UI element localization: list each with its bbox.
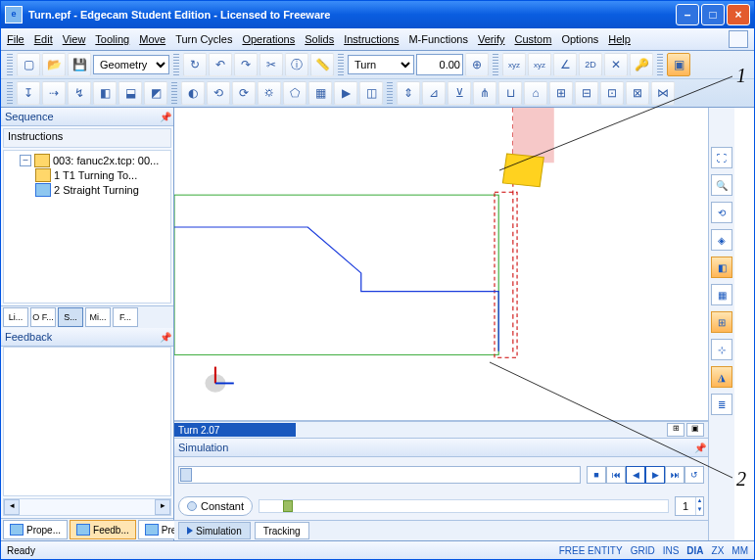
cross-button[interactable]: ✕ xyxy=(604,53,628,76)
tb-b2[interactable]: ⟲ xyxy=(207,81,230,105)
cut-button[interactable]: ✂ xyxy=(260,53,283,76)
grip-icon[interactable] xyxy=(7,82,13,104)
mode-select[interactable]: Turn xyxy=(348,55,414,74)
refresh-button[interactable]: ↻ xyxy=(183,53,207,76)
tree-item[interactable]: 2 Straight Turning xyxy=(35,182,168,197)
tb-a2[interactable]: ⇢ xyxy=(42,81,66,105)
switch-s[interactable]: S... xyxy=(58,307,83,327)
iso-icon[interactable]: ◈ xyxy=(711,229,732,251)
zoom-in-icon[interactable]: 🔍 xyxy=(711,174,732,196)
menu-tooling[interactable]: Tooling xyxy=(95,33,129,45)
cube-icon[interactable]: ◧ xyxy=(711,257,732,278)
grip-icon[interactable] xyxy=(171,82,177,104)
tb-a1[interactable]: ↧ xyxy=(17,81,40,105)
tb-c11[interactable]: ⋈ xyxy=(651,81,675,105)
grip-icon[interactable] xyxy=(338,54,344,75)
tab-tracking[interactable]: Tracking xyxy=(255,522,309,539)
speed-slider[interactable] xyxy=(259,499,669,513)
instruction-tree[interactable]: – 003: fanuc2x.tcp: 00... 1 T1 Turning T… xyxy=(3,150,171,303)
menu-verify[interactable]: Verify xyxy=(478,33,505,45)
tb-c5[interactable]: ⊔ xyxy=(498,81,522,105)
view-br[interactable]: ▣ xyxy=(686,423,704,437)
xyz2-button[interactable]: xyz xyxy=(528,53,551,76)
speed-spin[interactable]: ▲▼ xyxy=(675,496,704,516)
pin-icon[interactable]: 📌 xyxy=(160,112,171,121)
marker-icon[interactable]: ◮ xyxy=(711,366,732,388)
2d-button[interactable]: 2D xyxy=(579,53,602,76)
grip-icon[interactable] xyxy=(493,54,498,75)
switch-of[interactable]: O F... xyxy=(30,307,56,327)
switch-mi[interactable]: Mi... xyxy=(85,307,111,327)
wire-icon[interactable]: ⊞ xyxy=(711,311,732,333)
tb-c3[interactable]: ⊻ xyxy=(448,81,471,105)
tb-c7[interactable]: ⊞ xyxy=(549,81,573,105)
switch-li[interactable]: Li... xyxy=(3,307,28,327)
tb-c10[interactable]: ⊠ xyxy=(626,81,649,105)
left-hscroll[interactable]: ◂ ▸ xyxy=(3,498,171,516)
viewport[interactable] xyxy=(174,108,708,421)
wand-icon[interactable] xyxy=(729,30,748,48)
layer-select[interactable]: Geometry xyxy=(93,55,169,74)
ffwd-button[interactable]: ⏭ xyxy=(665,466,684,484)
prev-button[interactable]: ◀ xyxy=(626,466,645,484)
info-button[interactable]: ⓘ xyxy=(285,53,308,76)
menu-help[interactable]: Help xyxy=(608,33,631,45)
tab-properties[interactable]: Prope... xyxy=(3,520,68,539)
tb-c9[interactable]: ⊡ xyxy=(600,81,624,105)
menu-turn-cycles[interactable]: Turn Cycles xyxy=(175,33,232,45)
top-icon[interactable]: ▦ xyxy=(711,284,732,305)
close-button[interactable]: × xyxy=(727,4,750,25)
pin-icon[interactable]: 📌 xyxy=(160,332,171,342)
new-button[interactable]: ▢ xyxy=(17,53,40,76)
stop-button[interactable]: ■ xyxy=(587,466,606,484)
tb-b4[interactable]: ⛭ xyxy=(258,81,281,105)
timeline-thumb[interactable] xyxy=(180,468,192,482)
zoom-fit-icon[interactable]: ⛶ xyxy=(711,147,732,168)
open-button[interactable]: 📂 xyxy=(42,53,66,76)
minimize-button[interactable]: – xyxy=(676,4,699,25)
constant-button[interactable]: Constant xyxy=(178,496,253,516)
tb-a6[interactable]: ◩ xyxy=(144,81,167,105)
angle-button[interactable]: ∠ xyxy=(553,53,577,76)
tb-c1[interactable]: ⇕ xyxy=(397,81,420,105)
key-icon[interactable]: 🔑 xyxy=(630,53,653,76)
maximize-button[interactable]: □ xyxy=(701,4,725,25)
tb-b1[interactable]: ◐ xyxy=(181,81,205,105)
tree-item[interactable]: 1 T1 Turning To... xyxy=(35,167,168,182)
rewind-button[interactable]: ⏮ xyxy=(606,466,626,484)
grip-icon[interactable] xyxy=(387,82,393,104)
save-button[interactable]: 💾 xyxy=(68,53,91,76)
target-icon[interactable]: ⊕ xyxy=(465,53,489,76)
tb-a3[interactable]: ↯ xyxy=(68,81,91,105)
menu-view[interactable]: View xyxy=(63,33,86,45)
menu-file[interactable]: File xyxy=(7,33,24,45)
sim-timeline[interactable] xyxy=(178,466,581,484)
menu-custom[interactable]: Custom xyxy=(514,33,551,45)
tb-a5[interactable]: ⬓ xyxy=(118,81,142,105)
tb-c6[interactable]: ⌂ xyxy=(524,81,547,105)
undo-button[interactable]: ↶ xyxy=(209,53,232,76)
collapse-icon[interactable]: – xyxy=(20,155,31,166)
view-bl[interactable]: ⊞ xyxy=(667,423,684,437)
tab-simulation[interactable]: Simulation xyxy=(178,522,251,539)
ruler-button[interactable]: 📏 xyxy=(310,53,334,76)
pin-icon[interactable]: 📌 xyxy=(694,443,706,452)
xyz-button[interactable]: xyz xyxy=(502,53,526,76)
speed-value[interactable] xyxy=(676,497,695,515)
grip-icon[interactable] xyxy=(173,54,179,75)
menu-options[interactable]: Options xyxy=(561,33,598,45)
grip-icon[interactable] xyxy=(7,54,13,75)
slider-thumb[interactable] xyxy=(283,500,293,512)
tb-c8[interactable]: ⊟ xyxy=(575,81,598,105)
coord-input[interactable] xyxy=(416,54,463,75)
tb-b3[interactable]: ⟳ xyxy=(232,81,256,105)
menu-edit[interactable]: Edit xyxy=(34,33,53,45)
switch-f[interactable]: F... xyxy=(113,307,138,327)
tb-b6[interactable]: ▦ xyxy=(308,81,332,105)
scroll-right-icon[interactable]: ▸ xyxy=(155,499,170,515)
spin-up-icon[interactable]: ▲ xyxy=(695,497,703,506)
menu-solids[interactable]: Solids xyxy=(305,33,334,45)
loop-button[interactable]: ↺ xyxy=(684,466,704,484)
mode-toggle[interactable]: ▣ xyxy=(667,53,690,76)
tb-b5[interactable]: ⬠ xyxy=(283,81,307,105)
